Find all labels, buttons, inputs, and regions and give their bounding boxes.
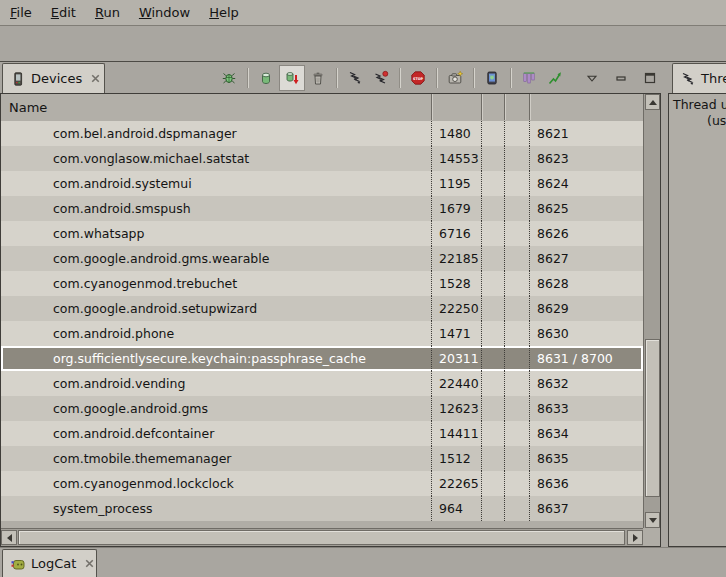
empty-cell [504, 396, 529, 421]
dump-view-hierarchy-button[interactable] [479, 65, 505, 91]
table-row[interactable]: com.tmobile.thememanager15128635 [1, 446, 643, 471]
dump-hprof-icon [284, 70, 300, 86]
scroll-down-icon[interactable] [645, 512, 660, 528]
view-menu-button[interactable] [581, 65, 603, 91]
process-name-cell: com.cyanogenmod.trebuchet [1, 271, 431, 296]
menu-file[interactable]: File [10, 5, 32, 20]
table-row[interactable]: com.google.android.gms.wearable221858627 [1, 246, 643, 271]
table-row[interactable]: system_process9648637 [1, 496, 643, 521]
table-row[interactable]: com.android.smspush16798625 [1, 196, 643, 221]
empty-cell [481, 196, 504, 221]
toolbar-separator [510, 68, 511, 88]
pid-cell: 22440 [431, 371, 481, 396]
capture-systrace-button[interactable] [516, 65, 542, 91]
empty-cell [504, 371, 529, 396]
stop-process-icon: STOP [410, 70, 426, 86]
horizontal-scrollbar[interactable] [1, 528, 643, 546]
tab-logcat-label: LogCat [31, 556, 76, 571]
table-row[interactable]: com.google.android.setupwizard222508629 [1, 296, 643, 321]
empty-cell [481, 446, 504, 471]
table-row[interactable]: com.whatsapp67168626 [1, 221, 643, 246]
empty-cell [481, 221, 504, 246]
menu-run[interactable]: Run [95, 5, 120, 20]
update-threads-button[interactable] [342, 65, 368, 91]
pid-cell: 22265 [431, 471, 481, 496]
capture-systrace-icon [521, 70, 537, 86]
empty-cell [481, 246, 504, 271]
process-name-cell: com.android.systemui [1, 171, 431, 196]
pid-cell: 12623 [431, 396, 481, 421]
menu-bar: FileEditRunWindowHelp [0, 0, 726, 26]
vertical-scrollbar[interactable] [643, 94, 660, 528]
svg-text:STOP: STOP [413, 76, 424, 80]
empty-cell [481, 496, 504, 521]
empty-cell [481, 321, 504, 346]
threads-message-line1: Thread updates not enabled for selected … [673, 97, 726, 112]
maximize-button[interactable] [639, 65, 661, 91]
tab-logcat[interactable]: LogCat [2, 549, 97, 577]
table-row[interactable]: com.android.phone14718630 [1, 321, 643, 346]
scroll-up-icon[interactable] [645, 94, 660, 110]
close-icon[interactable] [89, 72, 102, 85]
empty-cell [504, 446, 529, 471]
pid-cell: 1528 [431, 271, 481, 296]
minimize-button[interactable] [610, 65, 632, 91]
close-icon[interactable] [83, 557, 96, 570]
table-row[interactable]: com.google.android.gms126238633 [1, 396, 643, 421]
pid-cell: 6716 [431, 221, 481, 246]
column-divider [431, 94, 432, 120]
tab-devices[interactable]: Devices [2, 63, 105, 93]
start-opengl-trace-button[interactable] [542, 65, 568, 91]
table-row[interactable]: com.bel.android.dspmanager14808621 [1, 121, 643, 146]
pid-cell: 1471 [431, 321, 481, 346]
cause-gc-button[interactable] [305, 65, 331, 91]
empty-cell [481, 396, 504, 421]
table-row[interactable]: com.cyanogenmod.lockclock222658636 [1, 471, 643, 496]
view-window-controls [581, 65, 661, 91]
process-name-cell: com.tmobile.thememanager [1, 446, 431, 471]
port-cell: 8635 [529, 446, 643, 471]
table-row[interactable]: com.android.vending224408632 [1, 371, 643, 396]
vertical-scroll-thumb[interactable] [645, 339, 660, 497]
process-name-cell: com.android.defcontainer [1, 421, 431, 446]
port-cell: 8632 [529, 371, 643, 396]
dump-hprof-button[interactable] [279, 65, 305, 91]
menu-window[interactable]: Window [139, 5, 190, 20]
update-heap-icon [258, 70, 274, 86]
scroll-right-icon[interactable] [627, 530, 643, 545]
port-cell: 8636 [529, 471, 643, 496]
port-cell: 8629 [529, 296, 643, 321]
port-cell: 8628 [529, 271, 643, 296]
horizontal-scroll-thumb[interactable] [18, 530, 625, 545]
screen-capture-button[interactable] [442, 65, 468, 91]
table-row[interactable]: com.android.defcontainer144118634 [1, 421, 643, 446]
start-method-profiling-button[interactable] [368, 65, 394, 91]
table-row[interactable]: com.vonglasow.michael.satstat145538623 [1, 146, 643, 171]
menu-help[interactable]: Help [209, 5, 239, 20]
tab-threads[interactable]: Threads [672, 63, 726, 93]
stop-process-button[interactable]: STOP [405, 65, 431, 91]
panel-resize-sash[interactable] [661, 63, 668, 547]
tab-threads-label: Threads [701, 71, 726, 86]
table-row[interactable]: org.sufficientlysecure.keychain:passphra… [1, 346, 643, 371]
process-name-cell: com.android.vending [1, 371, 431, 396]
toolbar-separator [399, 68, 400, 88]
table-row[interactable]: com.cyanogenmod.trebuchet15288628 [1, 271, 643, 296]
main-toolbar-strip [0, 27, 726, 62]
empty-cell [481, 371, 504, 396]
pid-cell: 964 [431, 496, 481, 521]
debug-process-button[interactable] [216, 65, 242, 91]
tab-devices-label: Devices [31, 71, 82, 86]
update-heap-button[interactable] [253, 65, 279, 91]
table-header[interactable]: Name [1, 94, 643, 122]
port-cell: 8633 [529, 396, 643, 421]
port-cell: 8621 [529, 121, 643, 146]
pid-cell: 1679 [431, 196, 481, 221]
table-row[interactable]: com.android.systemui11958624 [1, 171, 643, 196]
port-cell: 8637 [529, 496, 643, 521]
scroll-left-icon[interactable] [1, 530, 17, 545]
process-name-cell: com.whatsapp [1, 221, 431, 246]
empty-cell [504, 321, 529, 346]
port-cell: 8626 [529, 221, 643, 246]
menu-edit[interactable]: Edit [51, 5, 76, 20]
